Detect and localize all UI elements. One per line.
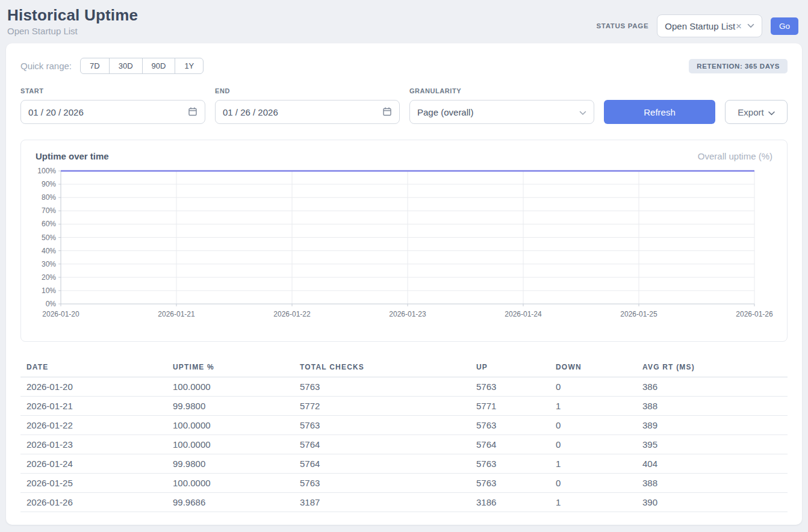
status-page-label: STATUS PAGE	[596, 22, 648, 29]
export-button-label: Export	[738, 107, 763, 117]
end-date-value: 01 / 26 / 2026	[223, 107, 278, 117]
table-cell: 390	[636, 493, 788, 512]
svg-text:70%: 70%	[42, 206, 56, 215]
end-date-field: END 01 / 26 / 2026	[215, 87, 400, 124]
table-cell: 0	[550, 435, 636, 454]
quick-range-7d-button[interactable]: 7D	[80, 58, 110, 74]
quick-range-row: Quick range: 7D 30D 90D 1Y RETENTION: 36…	[20, 58, 788, 74]
svg-text:2026-01-24: 2026-01-24	[505, 310, 542, 318]
table-row: 2026-01-2699.9686318731861390	[20, 493, 788, 512]
table-cell: 5763	[470, 377, 550, 397]
chart-legend: Overall uptime (%)	[698, 151, 772, 161]
table-cell: 5764	[294, 435, 470, 454]
svg-text:20%: 20%	[42, 273, 56, 282]
svg-text:0%: 0%	[46, 300, 57, 308]
end-date-label: END	[215, 87, 400, 94]
svg-text:100%: 100%	[37, 167, 56, 175]
svg-text:10%: 10%	[42, 286, 56, 295]
quick-range-group: Quick range: 7D 30D 90D 1Y	[20, 58, 204, 74]
table-cell: 5763	[294, 416, 470, 435]
svg-text:2026-01-22: 2026-01-22	[273, 310, 311, 318]
table-cell: 3186	[470, 493, 550, 512]
table-cell: 2026-01-24	[20, 454, 167, 474]
table-cell: 5772	[294, 397, 470, 416]
table-cell: 5763	[470, 454, 550, 474]
table-row: 2026-01-2199.9800577257711388	[20, 397, 788, 416]
export-button[interactable]: Export	[725, 100, 788, 124]
table-cell: 5771	[470, 397, 550, 416]
calendar-icon[interactable]	[188, 107, 197, 118]
table-cell: 5763	[294, 474, 470, 493]
svg-text:80%: 80%	[42, 193, 56, 202]
main-panel: Quick range: 7D 30D 90D 1Y RETENTION: 36…	[6, 43, 802, 525]
calendar-icon[interactable]	[382, 107, 392, 118]
page-subtitle: Open Startup List	[7, 26, 138, 36]
granularity-field: GRANULARITY Page (overall)	[409, 87, 594, 124]
table-cell: 5763	[294, 377, 470, 397]
table-row: 2026-01-2499.9800576457631404	[20, 454, 788, 474]
retention-badge: RETENTION: 365 DAYS	[689, 59, 788, 73]
column-header-up: UP	[470, 357, 550, 377]
start-date-input[interactable]: 01 / 20 / 2026	[20, 100, 205, 124]
table-cell: 100.0000	[167, 435, 294, 454]
uptime-line-chart: 0%10%20%30%40%50%60%70%80%90%100%2026-01…	[36, 166, 774, 321]
svg-text:40%: 40%	[42, 247, 56, 255]
granularity-select[interactable]: Page (overall)	[409, 100, 594, 124]
go-button[interactable]: Go	[771, 17, 798, 35]
svg-text:2026-01-23: 2026-01-23	[389, 310, 426, 318]
table-cell: 100.0000	[167, 377, 294, 397]
table-row: 2026-01-22100.0000576357630389	[20, 416, 788, 435]
column-header-avg-rt: AVG RT (MS)	[636, 357, 788, 377]
table-row: 2026-01-23100.0000576457640395	[20, 435, 788, 454]
table-cell: 5763	[470, 416, 550, 435]
column-header-down: DOWN	[550, 357, 636, 377]
quick-range-buttons: 7D 30D 90D 1Y	[80, 58, 204, 74]
start-date-field: START 01 / 20 / 2026	[20, 87, 205, 124]
table-cell: 2026-01-22	[20, 416, 167, 435]
svg-text:2026-01-26: 2026-01-26	[736, 310, 773, 318]
column-header-date: DATE	[20, 357, 167, 377]
table-cell: 5764	[294, 454, 470, 474]
granularity-selected-value: Page (overall)	[417, 107, 473, 117]
end-date-input[interactable]: 01 / 26 / 2026	[215, 100, 400, 124]
table-cell: 99.9686	[167, 493, 294, 512]
status-page-selected-value: Open Startup List	[665, 21, 735, 31]
granularity-label: GRANULARITY	[409, 87, 594, 94]
status-page-select[interactable]: Open Startup List ×	[657, 14, 762, 37]
table-cell: 99.9800	[167, 397, 294, 416]
svg-text:50%: 50%	[42, 234, 56, 242]
table-cell: 2026-01-26	[20, 493, 167, 512]
svg-text:2026-01-21: 2026-01-21	[158, 310, 195, 318]
table-cell: 395	[636, 435, 788, 454]
refresh-button[interactable]: Refresh	[604, 100, 715, 124]
table-cell: 99.9800	[167, 454, 294, 474]
clear-selection-icon[interactable]: ×	[736, 21, 742, 31]
table-row: 2026-01-25100.0000576357630388	[20, 474, 788, 493]
table-cell: 388	[636, 474, 788, 493]
table-cell: 100.0000	[167, 474, 294, 493]
quick-range-90d-button[interactable]: 90D	[142, 58, 176, 74]
chevron-down-icon	[768, 107, 775, 117]
svg-text:2026-01-20: 2026-01-20	[42, 310, 79, 318]
table-row: 2026-01-20100.0000576357630386	[20, 377, 788, 397]
table-cell: 389	[636, 416, 788, 435]
quick-range-label: Quick range:	[20, 61, 72, 71]
table-cell: 386	[636, 377, 788, 397]
table-cell: 388	[636, 397, 788, 416]
quick-range-1y-button[interactable]: 1Y	[175, 58, 204, 74]
start-date-value: 01 / 20 / 2026	[28, 107, 84, 117]
quick-range-30d-button[interactable]: 30D	[109, 58, 143, 74]
svg-text:2026-01-25: 2026-01-25	[620, 310, 657, 318]
chevron-down-icon	[579, 107, 586, 117]
table-cell: 1	[550, 454, 636, 474]
table-cell: 5763	[470, 474, 550, 493]
table-cell: 0	[550, 377, 636, 397]
page-title: Historical Uptime	[7, 6, 138, 25]
svg-text:90%: 90%	[42, 180, 56, 188]
table-cell: 404	[636, 454, 788, 474]
chevron-down-icon	[747, 23, 754, 28]
table-cell: 1	[550, 493, 636, 512]
column-header-uptime: UPTIME %	[167, 357, 294, 377]
top-bar: Historical Uptime Open Startup List STAT…	[0, 0, 808, 43]
table-cell: 100.0000	[167, 416, 294, 435]
